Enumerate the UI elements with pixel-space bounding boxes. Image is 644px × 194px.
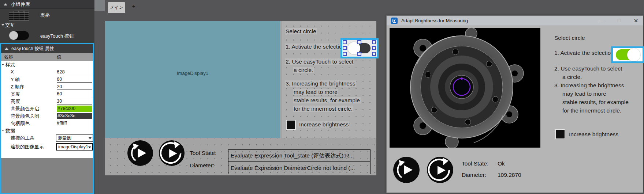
circle-marker-dot: [461, 77, 463, 80]
app-root: 小组件库 表格 交互: [0, 0, 644, 194]
increase-brightness-checkbox[interactable]: [286, 120, 296, 130]
property-value-input[interactable]: 20: [57, 84, 92, 90]
dropdown-arrow-icon: [88, 147, 91, 148]
chevron-down-icon: [2, 64, 4, 65]
close-button[interactable]: ✕: [630, 16, 642, 26]
selection-toggle-highlight[interactable]: [611, 46, 644, 63]
property-value-input[interactable]: #ffffff: [57, 120, 92, 126]
instruction-step2: 2. Use easyTouch to select: [554, 65, 622, 72]
diameter-label: Diameter:: [190, 162, 214, 169]
run-once-button[interactable]: [127, 140, 153, 166]
instruction-step3-cont: for the innermost circle.: [562, 107, 621, 114]
resize-handle[interactable]: [343, 46, 347, 50]
library-item-table[interactable]: 表格: [0, 10, 94, 21]
measured-circle-overlay: [453, 79, 470, 95]
instruction-step3: 3. Increasing the brightness: [554, 82, 624, 89]
section-label: 交互: [5, 22, 15, 28]
run-once-button[interactable]: [393, 156, 419, 183]
library-section-interaction[interactable]: 交互: [0, 22, 94, 28]
toggle-on-pill[interactable]: [616, 49, 639, 60]
collapse-triangle-icon: [5, 47, 8, 50]
image-display-label: ImageDisplay1: [105, 71, 280, 76]
easytouch-item-label: easyTouch 按钮: [40, 33, 74, 39]
library-header[interactable]: 小组件库: [0, 0, 94, 9]
properties-panel: easyTouch 按钮 属性 名称 值 样式 X 628 Y 轴 60: [0, 43, 94, 194]
property-row-width: 宽度 60: [1, 90, 93, 98]
increase-brightness-label: Increase brightness: [569, 131, 618, 138]
library-item-easytouch[interactable]: easyTouch 按钮: [0, 30, 94, 42]
resize-handle[interactable]: [357, 40, 361, 44]
dropdown-arrow-icon: [89, 137, 92, 139]
toggle-knob: [627, 48, 640, 61]
runtime-window: Adapt Brightness for Measuring — □ ✕: [386, 15, 643, 193]
instruction-step2-cont: a circle.: [562, 74, 582, 80]
instruction-step1: 1. Activate the selection:: [285, 43, 347, 50]
widget-library-panel: 小组件库 表格 交互: [0, 0, 94, 194]
increase-brightness-checkbox[interactable]: [555, 129, 565, 139]
property-row-bg-off: 背景颜色关闭 #3c3c3c: [1, 112, 93, 119]
resize-handle[interactable]: [372, 52, 376, 56]
window-titlebar[interactable]: Adapt Brightness for Measuring — □ ✕: [387, 16, 643, 26]
library-header-label: 小组件库: [11, 1, 30, 7]
chevron-down-icon: [2, 130, 4, 131]
maximize-button[interactable]: □: [613, 16, 625, 26]
linked-display-dropdown[interactable]: imageDisplay1: [56, 143, 93, 151]
resize-handle[interactable]: [357, 52, 361, 56]
property-row-height: 高度 30: [1, 98, 93, 105]
property-row-handle-color: 句柄颜色 #ffffff: [1, 119, 93, 127]
inspected-part-image: [390, 28, 540, 148]
property-row-z: Z 顺序 20: [1, 83, 93, 90]
resize-handle[interactable]: [343, 40, 347, 44]
instruction-step3-cont: may lead to more: [562, 91, 606, 97]
design-canvas[interactable]: ImageDisplay1 Select circle 1. Activate …: [105, 21, 376, 175]
color-swatch-off[interactable]: #3c3c3c: [57, 113, 92, 119]
canvas-corner-block: [94, 0, 105, 11]
col-name: 名称: [4, 53, 13, 61]
linked-tool-dropdown[interactable]: 测量圆: [56, 134, 93, 142]
chevron-down-icon: [1, 24, 4, 26]
properties-rows: 样式 X 628 Y 轴 60 Z 顺序 20 宽度 60: [1, 61, 93, 158]
col-value: 值: [57, 53, 62, 61]
tab-main[interactable]: メイン: [108, 2, 125, 13]
selected-easytouch-widget[interactable]: [340, 38, 379, 58]
properties-header-label: easyTouch 按钮 属性: [11, 46, 54, 51]
resize-handle[interactable]: [372, 46, 376, 50]
diameter-label: Diameter:: [462, 172, 486, 178]
runtime-image-display[interactable]: [390, 28, 540, 148]
minimize-button[interactable]: —: [596, 16, 608, 26]
collapse-triangle-icon: [4, 3, 7, 5]
property-group-row[interactable]: 数据: [1, 127, 93, 134]
diameter-expression-field[interactable]: Evaluate Expression DiameterCircle not f…: [228, 162, 371, 174]
instruction-step1: 1. Activate the selection:: [554, 50, 615, 56]
window-title: Adapt Brightness for Measuring: [401, 18, 468, 23]
run-continuous-button[interactable]: [427, 156, 453, 183]
property-group-row[interactable]: 样式: [1, 61, 93, 68]
color-swatch-on[interactable]: #78cc00: [57, 106, 92, 112]
tool-state-value: Ok: [498, 160, 505, 167]
run-continuous-button[interactable]: [159, 140, 185, 166]
instruction-step3-cont: may lead to more: [293, 89, 338, 95]
tool-state-expression-field[interactable]: Evaluate Expression Tool_state (评估表达式):R…: [228, 149, 371, 162]
image-display-widget[interactable]: ImageDisplay1: [105, 21, 280, 138]
instruction-step3-cont: stable results, for example: [562, 99, 629, 106]
instruction-step3-cont: for the innermost circle.: [293, 106, 353, 112]
instruction-step3-cont: stable results, for example: [293, 97, 361, 104]
add-tab-button[interactable]: +: [130, 3, 137, 10]
instruction-title: Select circle: [554, 35, 585, 41]
instruction-step2: 2. Use easyTouch to select: [285, 58, 354, 65]
property-value-input[interactable]: 628: [57, 69, 92, 75]
properties-column-header: 名称 值: [1, 53, 93, 61]
property-value-input[interactable]: 60: [57, 76, 92, 83]
tool-state-label: Tool State:: [462, 160, 488, 167]
tool-state-label: Tool State:: [190, 150, 216, 156]
diameter-value: 109.2870: [498, 172, 521, 178]
resize-handle[interactable]: [372, 40, 376, 44]
resize-handle[interactable]: [343, 52, 347, 56]
property-value-input[interactable]: 30: [57, 98, 92, 104]
instruction-step3: 3. Increasing the brightness: [285, 80, 356, 87]
property-value-input[interactable]: 60: [57, 91, 92, 97]
property-row-x: X 628: [1, 68, 93, 76]
properties-header[interactable]: easyTouch 按钮 属性: [1, 44, 93, 53]
toggle-icon: [9, 31, 29, 40]
table-icon: [9, 11, 29, 22]
